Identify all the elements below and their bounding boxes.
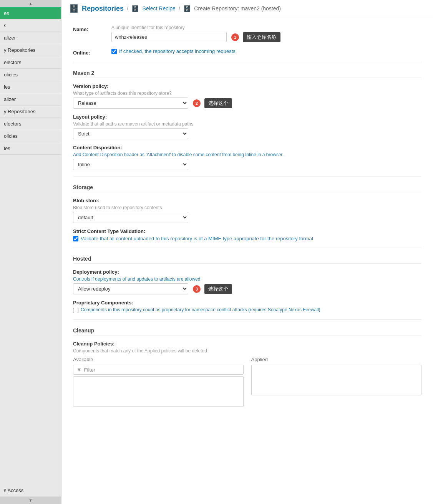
deployment-badge: 3 [193,285,201,293]
sidebar-item-access[interactable]: s Access [0,484,61,497]
sidebar-item-analyzer2[interactable]: alizer [0,93,61,106]
cleanup-available-header: Available [73,357,244,362]
blob-store-select[interactable]: default [73,212,188,223]
online-label: Online: [73,48,104,56]
deployment-policy-wrapper: Allow redeploy Disable redeploy Read-onl… [73,283,421,294]
content-disposition-hint: Add Content-Disposition header as 'Attac… [73,152,421,157]
sidebar-item-y-repositories1[interactable]: y Repositories [0,44,61,56]
content-disposition-label: Content Disposition: [73,145,421,150]
cleanup-applied-header: Applied [251,357,422,362]
divider-maven [73,62,421,62]
breadcrumb-sep1: / [127,5,128,12]
proprietary-row: Components in this repository count as p… [73,307,421,313]
layout-policy-hint: Validate that all paths are maven artifa… [73,121,421,127]
name-row: Name: A unique identifier for this repos… [73,25,421,42]
cleanup-available-box [73,376,244,407]
sidebar-item-electors2[interactable]: electors [0,118,61,130]
breadcrumb-current: Create Repository: maven2 (hosted) [194,5,281,12]
divider-storage [73,176,421,177]
cleanup-policies-hint: Components that match any of the Applied… [73,348,421,354]
sidebar-item-repositories[interactable]: es [0,7,61,20]
form-area: Name: A unique identifier for this repos… [61,17,433,504]
sidebar-item-electors1[interactable]: electors [0,56,61,69]
sidebar: ▲ es s alizer y Repositories electors ol… [0,0,61,504]
deployment-tooltip: 选择这个 [204,284,232,294]
version-annotation: 2 选择这个 [191,98,232,108]
name-content: A unique identifier for this repository … [111,25,421,42]
sidebar-scroll-up[interactable]: ▲ [0,0,61,7]
main-content: 🗄️ Repositories / 🗄️ Select Recipe / 🗄️ … [61,0,433,504]
sidebar-item-les1[interactable]: les [0,81,61,93]
blob-store-hint: Blob store used to store repository cont… [73,205,421,210]
online-content: If checked, the repository accepts incom… [111,48,421,54]
breadcrumb-bar: 🗄️ Repositories / 🗄️ Select Recipe / 🗄️ … [61,0,433,17]
repositories-icon: 🗄️ [69,4,79,13]
version-policy-select[interactable]: Release Snapshot Mixed [73,97,188,109]
name-tooltip: 输入仓库名称 [243,32,280,42]
deployment-policy-select[interactable]: Allow redeploy Disable redeploy Read-onl… [73,283,188,294]
name-input[interactable] [111,32,227,42]
sidebar-item-analyzer1[interactable]: alizer [0,32,61,44]
sidebar-scroll-down[interactable]: ▼ [0,497,61,504]
content-disposition-select[interactable]: Inline Attachment [73,159,188,170]
version-tooltip: 选择这个 [204,98,232,108]
cleanup-applied-box [251,365,422,395]
version-badge: 2 [193,99,201,107]
proprietary-checkbox[interactable] [73,308,78,313]
deployment-annotation: 3 选择这个 [191,284,232,294]
name-input-wrapper: 1 输入仓库名称 [111,32,421,42]
layout-policy-label: Layout policy: [73,114,421,120]
online-check-label[interactable]: If checked, the repository accepts incom… [111,48,421,54]
online-checkbox[interactable] [111,49,117,54]
layout-policy-select[interactable]: Strict Permissive [73,128,188,139]
breadcrumb-select-recipe[interactable]: Select Recipe [142,5,175,12]
sidebar-item-olicies2[interactable]: olicies [0,130,61,142]
strict-validation-check-label[interactable]: Validate that all content uploaded to th… [73,236,421,241]
proprietary-label: Proprietary Components: [73,300,421,306]
version-policy-label: Version policy: [73,83,421,89]
strict-validation-checkbox[interactable] [73,236,78,241]
sidebar-item-2[interactable]: s [0,20,61,32]
blob-store-label: Blob store: [73,198,421,203]
breadcrumb-title: Repositories [82,5,124,13]
version-policy-hint: What type of artifacts does this reposit… [73,91,421,96]
strict-validation-hint: Validate that all content uploaded to th… [81,236,313,241]
strict-validation-label: Strict Content Type Validation: [73,228,421,234]
breadcrumb-sep2: / [179,5,180,12]
cleanup-section: Cleanup [73,327,421,335]
proprietary-hint: Components in this repository count as p… [81,307,320,312]
create-repo-icon: 🗄️ [183,5,191,12]
cleanup-applied-col: Applied [251,357,422,407]
online-hint: If checked, the repository accepts incom… [119,48,236,54]
sidebar-item-les2[interactable]: les [0,142,61,155]
filter-icon: ▼ [76,367,82,373]
select-recipe-icon: 🗄️ [131,5,139,12]
divider-cleanup [73,319,421,320]
cleanup-filter-input[interactable] [84,367,240,373]
online-row: Online: If checked, the repository accep… [73,48,421,56]
name-label: Name: [73,25,104,32]
version-policy-wrapper: Release Snapshot Mixed 2 选择这个 [73,97,421,109]
deployment-policy-hint: Controls if deployments of and updates t… [73,276,421,282]
deployment-policy-label: Deployment policy: [73,269,421,275]
cleanup-columns: Available ▼ Applied [73,357,421,407]
sidebar-item-y-repositories2[interactable]: y Repositories [0,106,61,118]
divider-hosted [73,248,421,248]
cleanup-policies-label: Cleanup Policies: [73,341,421,347]
sidebar-item-olicies1[interactable]: olicies [0,69,61,81]
filter-input-wrapper: ▼ [73,365,244,375]
storage-section: Storage [73,184,421,192]
hosted-section: Hosted [73,256,421,264]
name-hint: A unique identifier for this repository [111,25,421,30]
maven2-section: Maven 2 [73,70,421,78]
cleanup-available-col: Available ▼ [73,357,244,407]
name-badge: 1 [231,33,239,41]
name-annotation: 1 输入仓库名称 [230,32,280,42]
